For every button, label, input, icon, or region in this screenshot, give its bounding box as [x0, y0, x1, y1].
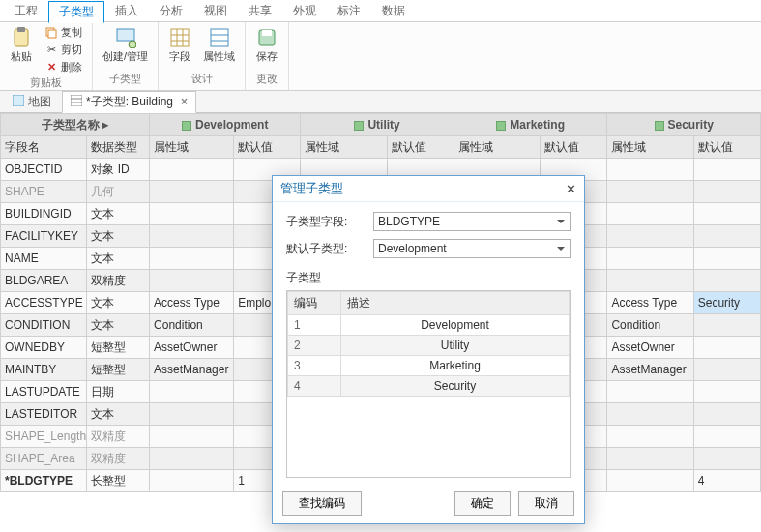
cell-datatype[interactable]: 双精度: [87, 426, 150, 448]
cell-fieldname[interactable]: CONDITION: [1, 314, 87, 337]
domains-button[interactable]: 属性域: [199, 24, 239, 66]
subtype-row[interactable]: 3Marketing: [288, 356, 570, 376]
cell-fieldname[interactable]: SHAPE_Area: [1, 448, 87, 470]
ribbon-tab-subtypes[interactable]: 子类型: [48, 1, 104, 23]
subtype-desc-cell[interactable]: Development: [341, 315, 570, 336]
subtype-col-development[interactable]: Development: [150, 114, 301, 136]
cancel-button[interactable]: 取消: [518, 491, 574, 516]
subtype-desc-cell[interactable]: Utility: [341, 336, 570, 356]
col-domain-4[interactable]: 属性域: [607, 136, 693, 159]
cell-domain[interactable]: [150, 381, 234, 403]
default-subtype-select[interactable]: Development: [373, 239, 571, 258]
cell-domain[interactable]: [607, 181, 693, 203]
cell-datatype[interactable]: 日期: [87, 381, 150, 403]
cell-fieldname[interactable]: OWNEDBY: [1, 337, 87, 359]
cell-datatype[interactable]: 文本: [87, 225, 150, 248]
doc-tab-map[interactable]: 地图: [4, 91, 60, 113]
subtypes-col-desc[interactable]: 描述: [341, 292, 570, 315]
close-icon[interactable]: ×: [181, 95, 188, 108]
col-domain-2[interactable]: 属性域: [301, 136, 387, 159]
cell-domain[interactable]: [607, 159, 693, 181]
subtype-desc-cell[interactable]: Security: [341, 376, 570, 397]
cell-domain[interactable]: [150, 426, 234, 448]
cell-datatype[interactable]: 双精度: [87, 270, 150, 292]
subtype-code-cell[interactable]: 2: [288, 336, 341, 356]
col-fieldname[interactable]: 字段名: [1, 136, 87, 159]
cell-domain[interactable]: [607, 248, 693, 270]
cell-datatype[interactable]: 双精度: [87, 448, 150, 470]
cell-domain[interactable]: [607, 270, 693, 292]
col-default-4[interactable]: 默认值: [693, 136, 760, 159]
cell-default[interactable]: [693, 381, 760, 403]
cell-fieldname[interactable]: LASTUPDATE: [1, 381, 87, 403]
cell-default[interactable]: [693, 203, 760, 225]
cell-datatype[interactable]: 文本: [87, 292, 150, 314]
cell-fieldname[interactable]: BUILDINGID: [1, 203, 87, 225]
doc-tab-subtypes[interactable]: *子类型: Building ×: [62, 91, 196, 113]
cell-domain[interactable]: Access Type: [607, 292, 693, 314]
subtype-col-utility[interactable]: Utility: [301, 114, 454, 136]
paste-button[interactable]: 粘贴: [6, 24, 37, 66]
cell-fieldname[interactable]: *BLDGTYPE: [1, 470, 87, 492]
cell-default[interactable]: [693, 181, 760, 203]
cell-datatype[interactable]: 文本: [87, 403, 150, 426]
ribbon-tab-appearance[interactable]: 外观: [282, 0, 327, 22]
delete-button[interactable]: ✕ 删除: [41, 59, 86, 75]
cell-domain[interactable]: [607, 403, 693, 426]
ribbon-tab-view[interactable]: 视图: [193, 0, 238, 22]
subtype-row[interactable]: 2Utility: [288, 336, 570, 356]
cell-domain[interactable]: AssetOwner: [607, 337, 693, 359]
cell-default[interactable]: Security: [693, 292, 760, 314]
cell-domain[interactable]: [607, 203, 693, 225]
cell-default[interactable]: [693, 270, 760, 292]
ribbon-tab-analyze[interactable]: 分析: [149, 0, 193, 22]
cell-datatype[interactable]: 短整型: [87, 337, 150, 359]
cell-domain[interactable]: [150, 470, 234, 492]
cell-domain[interactable]: [150, 403, 234, 426]
cell-fieldname[interactable]: BLDGAREA: [1, 270, 87, 292]
cell-fieldname[interactable]: LASTEDITOR: [1, 403, 87, 426]
cell-default[interactable]: [693, 448, 760, 470]
cell-domain[interactable]: [607, 426, 693, 448]
copy-button[interactable]: 复制: [41, 24, 86, 41]
cell-datatype[interactable]: 对象 ID: [87, 159, 150, 181]
cell-domain[interactable]: [607, 470, 693, 492]
col-domain-1[interactable]: 属性域: [150, 136, 234, 159]
ribbon-tab-data[interactable]: 数据: [371, 0, 416, 22]
subtype-row[interactable]: 4Security: [288, 376, 570, 397]
cell-domain[interactable]: [150, 159, 234, 181]
save-button[interactable]: 保存: [251, 24, 282, 66]
cell-domain[interactable]: Condition: [607, 314, 693, 337]
cell-domain[interactable]: [150, 448, 234, 470]
cell-domain[interactable]: [150, 270, 234, 292]
subtype-code-cell[interactable]: 4: [288, 376, 341, 397]
ribbon-tab-project[interactable]: 工程: [4, 0, 48, 22]
subtype-col-marketing[interactable]: Marketing: [454, 114, 607, 136]
cell-fieldname[interactable]: FACILITYKEY: [1, 225, 87, 248]
subtype-row[interactable]: 1Development: [288, 315, 570, 336]
subtype-field-select[interactable]: BLDGTYPE: [373, 212, 571, 231]
cell-datatype[interactable]: 几何: [87, 181, 150, 203]
cell-domain[interactable]: AssetManager: [150, 359, 234, 381]
cell-fieldname[interactable]: SHAPE: [1, 181, 87, 203]
subtype-col-security[interactable]: Security: [607, 114, 761, 136]
cell-default[interactable]: [693, 359, 760, 381]
cell-default[interactable]: [693, 248, 760, 270]
cell-datatype[interactable]: 短整型: [87, 359, 150, 381]
cell-domain[interactable]: [150, 181, 234, 203]
cell-domain[interactable]: [150, 248, 234, 270]
cell-default[interactable]: [693, 403, 760, 426]
cell-fieldname[interactable]: NAME: [1, 248, 87, 270]
cell-domain[interactable]: AssetManager: [607, 359, 693, 381]
cell-domain[interactable]: [150, 225, 234, 248]
col-domain-3[interactable]: 属性域: [454, 136, 540, 159]
find-codes-button[interactable]: 查找编码: [282, 491, 362, 516]
cell-default[interactable]: 4: [693, 470, 760, 492]
cell-default[interactable]: [693, 337, 760, 359]
cell-default[interactable]: [693, 426, 760, 448]
col-default-1[interactable]: 默认值: [234, 136, 301, 159]
cell-datatype[interactable]: 文本: [87, 248, 150, 270]
cell-fieldname[interactable]: ACCESSTYPE: [1, 292, 87, 314]
subtype-code-cell[interactable]: 3: [288, 356, 341, 376]
cell-default[interactable]: [693, 225, 760, 248]
